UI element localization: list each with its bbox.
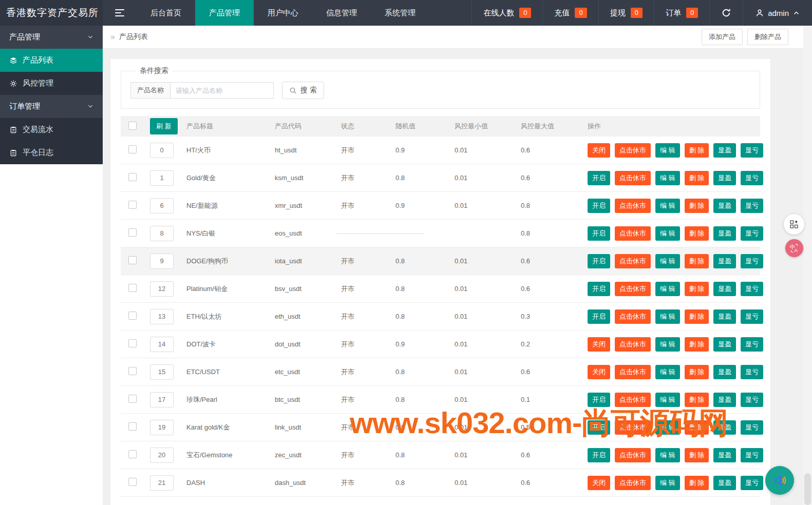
sort-input[interactable] <box>150 143 174 158</box>
row-checkbox[interactable] <box>128 312 137 320</box>
top-nav-item[interactable]: 系统管理 <box>371 0 429 26</box>
sidebar-item[interactable]: 平仓日志 <box>0 141 103 164</box>
show-profit-button[interactable]: 显盈 <box>713 309 736 324</box>
nav-stat[interactable]: 订单0 <box>654 0 709 26</box>
row-checkbox[interactable] <box>128 256 137 264</box>
sidebar-item[interactable]: 产品列表 <box>0 49 103 72</box>
show-profit-button[interactable]: 显盈 <box>713 337 736 352</box>
sound-button[interactable] <box>765 466 794 495</box>
sort-input[interactable] <box>150 170 174 186</box>
select-all-checkbox[interactable] <box>128 122 137 130</box>
show-profit-button[interactable]: 显盈 <box>713 393 736 407</box>
sort-input[interactable] <box>150 337 174 352</box>
delete-button[interactable]: 删 除 <box>685 448 709 462</box>
row-checkbox[interactable] <box>128 395 137 403</box>
row-checkbox[interactable] <box>128 339 137 347</box>
show-loss-button[interactable]: 显亏 <box>741 337 763 352</box>
show-loss-button[interactable]: 显亏 <box>741 393 763 407</box>
halt-market-button[interactable]: 点击休市 <box>615 393 651 407</box>
edit-button[interactable]: 编 辑 <box>655 420 680 435</box>
menu-fold-icon[interactable] <box>103 0 137 26</box>
edit-button[interactable]: 编 辑 <box>655 226 680 241</box>
row-checkbox[interactable] <box>128 201 137 209</box>
edit-button[interactable]: 编 辑 <box>655 143 680 158</box>
sort-input[interactable] <box>150 198 174 213</box>
top-nav-item[interactable]: 信息管理 <box>312 0 371 26</box>
toggle-state-button[interactable]: 关闭 <box>588 143 610 158</box>
delete-product-button[interactable]: 删除产品 <box>747 29 788 45</box>
refresh-button[interactable]: 刷 新 <box>150 118 178 134</box>
top-nav-item[interactable]: 用户中心 <box>254 0 312 26</box>
top-nav-item[interactable]: 后台首页 <box>137 0 195 26</box>
edit-button[interactable]: 编 辑 <box>655 448 680 462</box>
row-checkbox[interactable] <box>128 228 137 237</box>
sort-input[interactable] <box>150 420 174 435</box>
halt-market-button[interactable]: 点击休市 <box>615 282 651 296</box>
sort-input[interactable] <box>150 448 174 463</box>
sort-input[interactable] <box>150 226 174 241</box>
edit-button[interactable]: 编 辑 <box>655 476 680 490</box>
delete-button[interactable]: 删 除 <box>685 476 709 490</box>
edit-button[interactable]: 编 辑 <box>655 254 680 268</box>
nav-stat[interactable]: 提现0 <box>598 0 654 26</box>
sort-input[interactable] <box>150 475 174 491</box>
row-checkbox[interactable] <box>128 284 137 292</box>
row-checkbox[interactable] <box>128 478 137 486</box>
toggle-state-button[interactable]: 关闭 <box>588 365 610 379</box>
halt-market-button[interactable]: 点击休市 <box>615 337 651 352</box>
toggle-state-button[interactable]: 开启 <box>588 254 610 268</box>
halt-market-button[interactable]: 点击休市 <box>615 448 651 462</box>
delete-button[interactable]: 删 除 <box>685 199 709 213</box>
row-checkbox[interactable] <box>128 450 137 458</box>
halt-market-button[interactable]: 点击休市 <box>615 226 651 241</box>
delete-button[interactable]: 删 除 <box>685 282 709 296</box>
row-checkbox[interactable] <box>128 173 137 181</box>
delete-button[interactable]: 删 除 <box>685 143 709 158</box>
show-profit-button[interactable]: 显盈 <box>713 420 736 435</box>
edit-button[interactable]: 编 辑 <box>655 282 680 296</box>
toggle-state-button[interactable]: 开启 <box>588 448 610 462</box>
show-profit-button[interactable]: 显盈 <box>713 254 736 268</box>
halt-market-button[interactable]: 点击休市 <box>615 199 651 213</box>
scrollbar-thumb[interactable] <box>804 473 811 505</box>
search-button[interactable]: 搜 索 <box>282 82 324 99</box>
halt-market-button[interactable]: 点击休市 <box>615 420 651 435</box>
toggle-state-button[interactable]: 开启 <box>588 309 610 324</box>
show-loss-button[interactable]: 显亏 <box>741 254 763 268</box>
toggle-state-button[interactable]: 开启 <box>588 282 610 296</box>
sort-input[interactable] <box>150 392 174 407</box>
product-name-input[interactable] <box>170 82 274 99</box>
show-loss-button[interactable]: 显亏 <box>741 226 763 241</box>
edit-button[interactable]: 编 辑 <box>655 393 680 407</box>
toggle-state-button[interactable]: 开启 <box>588 393 610 407</box>
toggle-state-button[interactable]: 开启 <box>588 226 610 241</box>
delete-button[interactable]: 删 除 <box>685 171 709 185</box>
edit-button[interactable]: 编 辑 <box>655 309 680 324</box>
sidebar-group-header[interactable]: 订单管理 <box>0 95 103 118</box>
delete-button[interactable]: 删 除 <box>685 254 709 268</box>
halt-market-button[interactable]: 点击休市 <box>615 476 651 490</box>
add-product-button[interactable]: 添加产品 <box>702 29 743 45</box>
halt-market-button[interactable]: 点击休市 <box>615 365 651 379</box>
show-profit-button[interactable]: 显盈 <box>713 448 736 462</box>
halt-market-button[interactable]: 点击休市 <box>615 254 651 268</box>
toggle-state-button[interactable]: 开启 <box>588 420 610 435</box>
sort-input[interactable] <box>150 309 174 324</box>
user-menu[interactable]: admin <box>743 0 812 26</box>
show-loss-button[interactable]: 显亏 <box>741 476 763 490</box>
show-profit-button[interactable]: 显盈 <box>713 171 736 185</box>
show-loss-button[interactable]: 显亏 <box>741 420 763 435</box>
refresh-icon[interactable] <box>709 0 743 26</box>
edit-button[interactable]: 编 辑 <box>655 171 680 185</box>
scrollbar-track[interactable] <box>803 26 812 505</box>
sidebar-item[interactable]: 风控管理 <box>0 72 103 95</box>
show-profit-button[interactable]: 显盈 <box>713 226 736 241</box>
sort-input[interactable] <box>150 364 174 380</box>
sort-input[interactable] <box>150 281 174 297</box>
row-checkbox[interactable] <box>128 367 137 375</box>
show-loss-button[interactable]: 显亏 <box>741 309 763 324</box>
show-profit-button[interactable]: 显盈 <box>713 282 736 296</box>
sort-input[interactable] <box>150 254 174 269</box>
delete-button[interactable]: 删 除 <box>685 365 709 379</box>
sidebar-group-header[interactable]: 产品管理 <box>0 26 103 49</box>
